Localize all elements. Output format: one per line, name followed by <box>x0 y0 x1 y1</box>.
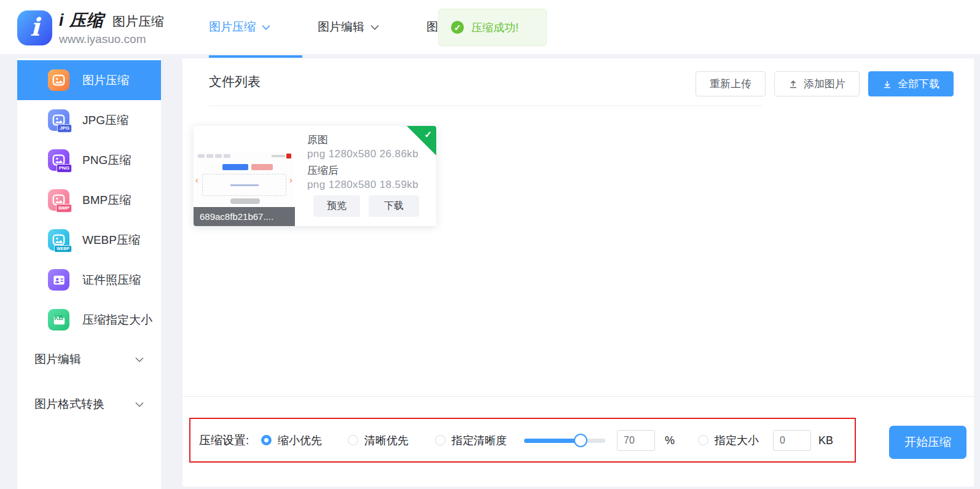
settings-label: 压缩设置: <box>199 432 249 448</box>
main-panel: 文件列表 重新上传 添加图片 全部下载 <box>182 58 974 487</box>
radio-clarity-first[interactable]: 清晰优先 <box>348 433 409 448</box>
preview-button[interactable]: 预览 <box>313 195 360 217</box>
png-compress-icon: PNG <box>48 149 69 171</box>
download-all-button[interactable]: 全部下载 <box>868 71 954 96</box>
sidebar-item-idphoto-compress[interactable]: 证件照压缩 <box>17 260 161 300</box>
kb-unit: KB <box>818 434 833 447</box>
sidebar-item-jpg-compress[interactable]: JPG JPG压缩 <box>17 100 161 140</box>
radio-dot <box>261 435 272 445</box>
header-divider <box>0 54 980 58</box>
bmp-compress-icon: BMP <box>48 189 69 211</box>
size-input[interactable] <box>773 430 811 451</box>
jpg-compress-icon: JPG <box>48 109 69 131</box>
radio-custom-size[interactable]: 指定大小 <box>698 433 759 448</box>
radio-shrink-first[interactable]: 缩小优先 <box>261 433 322 448</box>
header-row-divider <box>209 106 762 106</box>
compressed-label: 压缩后 <box>307 163 339 178</box>
reupload-button[interactable]: 重新上传 <box>696 71 766 96</box>
quality-slider-fill <box>524 439 581 443</box>
brand-logo[interactable]: i i 压缩 图片压缩 www.iyasuo.com <box>17 9 164 46</box>
image-compress-icon <box>48 69 69 91</box>
brand-text: i 压缩 图片压缩 www.iyasuo.com <box>59 9 164 46</box>
compressed-info: png 1280x580 18.59kb <box>307 179 418 191</box>
add-images-button[interactable]: 添加图片 <box>774 71 860 96</box>
brand-subtitle: 图片压缩 <box>112 13 164 30</box>
chevron-down-icon <box>135 402 144 407</box>
percent-unit: % <box>665 434 675 447</box>
sidebar-item-bmp-compress[interactable]: BMP BMP压缩 <box>17 180 161 220</box>
radio-dot <box>435 435 445 445</box>
compress-settings-bar: 压缩设置: 缩小优先 清晰优先 指定清晰度 % 指 <box>189 418 856 463</box>
settings-divider <box>182 396 974 397</box>
sidebar-group-image-edit[interactable]: 图片编辑 <box>17 344 161 375</box>
active-tab-underline <box>209 55 302 58</box>
quality-input[interactable] <box>617 430 655 451</box>
tab-image-edit[interactable]: 图片编辑 <box>318 19 379 35</box>
file-card: ‹ › 689ac8fb21b67.... ✓ 原图 png 1280x580 … <box>194 126 436 226</box>
quality-slider-thumb[interactable] <box>574 434 587 447</box>
toolbar: 重新上传 添加图片 全部下载 <box>696 71 954 96</box>
sidebar-item-webp-compress[interactable]: WEBP WEBP压缩 <box>17 220 161 260</box>
app-window: i i 压缩 图片压缩 www.iyasuo.com 图片压缩 图片编辑 图片格… <box>0 0 980 489</box>
success-toast: ✓ 压缩成功! <box>438 9 547 46</box>
sidebar-item-target-size-compress[interactable]: KB 压缩指定大小 <box>17 300 161 340</box>
file-name: 689ac8fb21b67.... <box>194 207 295 226</box>
kb-folder-icon: KB <box>48 309 69 331</box>
toast-message: 压缩成功! <box>471 20 519 35</box>
logo-icon: i <box>17 10 52 45</box>
sidebar: 图片压缩 JPG JPG压缩 PNG PNG压缩 BMP BMP压缩 <box>17 54 161 489</box>
download-button[interactable]: 下载 <box>369 195 419 217</box>
brand-url: www.iyasuo.com <box>59 33 164 46</box>
sidebar-item-image-compress[interactable]: 图片压缩 <box>17 60 161 100</box>
chevron-down-icon <box>262 25 270 30</box>
sidebar-group-format-convert[interactable]: 图片格式转换 <box>17 389 161 420</box>
radio-dot <box>698 435 708 445</box>
radio-dot <box>348 435 358 445</box>
upload-icon <box>788 79 798 89</box>
brand-name: i 压缩 <box>59 9 104 31</box>
check-icon: ✓ <box>424 129 432 140</box>
page-title: 文件列表 <box>209 73 261 90</box>
original-label: 原图 <box>307 133 328 147</box>
radio-custom-clarity[interactable]: 指定清晰度 <box>435 433 507 448</box>
chevron-down-icon <box>370 25 379 30</box>
tab-image-compress[interactable]: 图片压缩 <box>209 19 270 35</box>
sidebar-item-png-compress[interactable]: PNG PNG压缩 <box>17 140 161 180</box>
original-info: png 1280x580 26.86kb <box>307 148 418 160</box>
file-thumbnail[interactable]: ‹ › 689ac8fb21b67.... <box>194 126 295 226</box>
download-icon <box>882 79 892 89</box>
webp-compress-icon: WEBP <box>48 229 69 251</box>
quality-slider[interactable] <box>524 434 605 447</box>
id-photo-icon <box>48 269 69 291</box>
chevron-down-icon <box>135 357 144 362</box>
start-compress-button[interactable]: 开始压缩 <box>889 426 966 459</box>
check-circle-icon: ✓ <box>451 21 464 34</box>
thumbnail-preview: ‹ › <box>195 152 293 206</box>
